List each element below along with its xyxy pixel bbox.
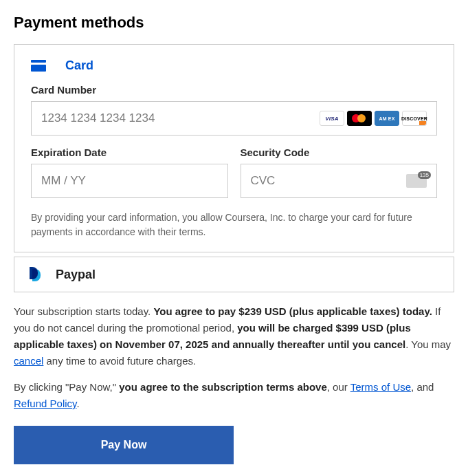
cvc-hint-icon bbox=[406, 174, 427, 188]
card-number-input[interactable] bbox=[41, 111, 320, 125]
paypal-panel[interactable]: Paypal bbox=[14, 257, 454, 292]
paypal-icon bbox=[30, 267, 42, 282]
discover-icon: DISCOVER bbox=[402, 111, 427, 126]
expiration-label: Expiration Date bbox=[31, 147, 228, 158]
mastercard-icon bbox=[347, 111, 372, 126]
card-panel: Card Card Number VISA AM EX DISCOVER Exp… bbox=[14, 44, 454, 252]
card-method-title: Card bbox=[65, 58, 93, 73]
expiration-field[interactable] bbox=[31, 164, 228, 198]
page-title: Payment methods bbox=[14, 14, 454, 32]
amex-icon: AM EX bbox=[375, 111, 399, 126]
card-number-label: Card Number bbox=[31, 84, 437, 96]
cvc-field[interactable] bbox=[241, 164, 438, 198]
cancel-link[interactable]: cancel bbox=[14, 355, 43, 367]
terms-of-use-link[interactable]: Terms of Use bbox=[350, 381, 411, 393]
visa-icon: VISA bbox=[320, 111, 344, 126]
pay-now-button[interactable]: Pay Now bbox=[14, 426, 234, 464]
card-method-header[interactable]: Card bbox=[31, 58, 437, 73]
card-number-field[interactable]: VISA AM EX DISCOVER bbox=[31, 101, 437, 136]
credit-card-icon bbox=[31, 60, 46, 72]
expiration-input[interactable] bbox=[41, 174, 218, 188]
subscription-terms-1: Your subscription starts today. You agre… bbox=[14, 303, 454, 369]
subscription-terms-2: By clicking "Pay Now," you agree to the … bbox=[14, 379, 454, 412]
paypal-method-title: Paypal bbox=[56, 268, 96, 282]
card-consent-text: By providing your card information, you … bbox=[31, 210, 437, 239]
cvc-label: Security Code bbox=[241, 147, 438, 158]
cvc-input[interactable] bbox=[251, 174, 407, 188]
card-brand-logos: VISA AM EX DISCOVER bbox=[320, 111, 427, 126]
refund-policy-link[interactable]: Refund Policy bbox=[14, 398, 76, 409]
